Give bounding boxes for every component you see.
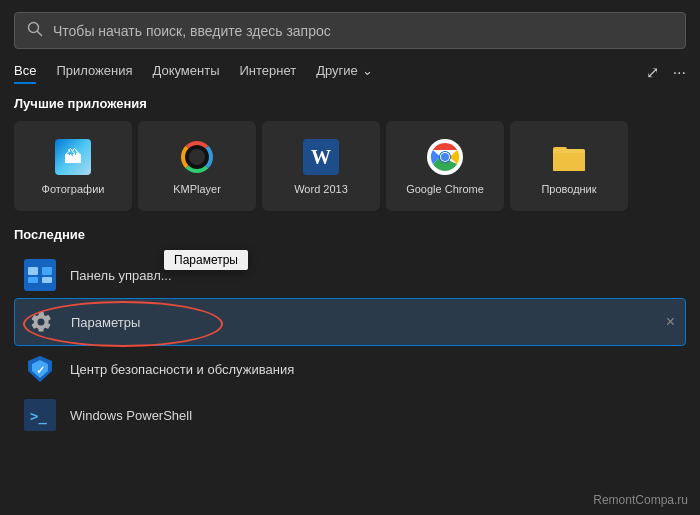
tab-other[interactable]: Другие ⌄ xyxy=(316,63,373,82)
app-tile-chrome[interactable]: Google Chrome xyxy=(386,121,504,211)
search-icon xyxy=(27,21,43,40)
recent-item-cpanel[interactable]: Панель управл... Параметры xyxy=(14,252,686,298)
security-label: Центр безопасности и обслуживания xyxy=(70,362,294,377)
explorer-icon xyxy=(549,137,589,177)
dropdown-arrow-icon: ⌄ xyxy=(362,63,373,78)
svg-rect-9 xyxy=(553,153,585,171)
powershell-icon: >_ xyxy=(24,399,56,431)
top-apps-label: Лучшие приложения xyxy=(0,96,700,121)
svg-line-1 xyxy=(38,32,42,36)
svg-text:✓: ✓ xyxy=(36,364,45,376)
kmplayer-label: KMPlayer xyxy=(173,183,221,195)
recent-section-label: Последние xyxy=(0,227,700,252)
svg-rect-14 xyxy=(42,277,52,283)
apps-grid: Фотографии KMPlayer W Word 2013 xyxy=(0,121,700,227)
tab-all[interactable]: Все xyxy=(14,63,36,82)
share-icon[interactable]: ⤢ xyxy=(646,63,659,82)
cpanel-icon xyxy=(24,259,56,291)
start-menu: Чтобы начать поиск, введите здесь запрос… xyxy=(0,0,700,515)
app-tile-word[interactable]: W Word 2013 xyxy=(262,121,380,211)
tab-apps[interactable]: Приложения xyxy=(56,63,132,82)
tab-internet[interactable]: Интернет xyxy=(239,63,296,82)
app-tile-photos[interactable]: Фотографии xyxy=(14,121,132,211)
app-tile-explorer[interactable]: Проводник xyxy=(510,121,628,211)
word-label: Word 2013 xyxy=(294,183,348,195)
recent-item-settings[interactable]: Параметры × xyxy=(14,298,686,346)
chrome-icon xyxy=(425,137,465,177)
recent-item-powershell[interactable]: >_ Windows PowerShell xyxy=(14,392,686,438)
svg-rect-12 xyxy=(42,267,52,275)
recent-list: Панель управл... Параметры Параметры × ✓ xyxy=(0,252,700,438)
search-bar[interactable]: Чтобы начать поиск, введите здесь запрос xyxy=(14,12,686,49)
powershell-label: Windows PowerShell xyxy=(70,408,192,423)
svg-rect-11 xyxy=(28,267,38,275)
nav-tabs: Все Приложения Документы Интернет Другие… xyxy=(0,59,700,82)
photos-label: Фотографии xyxy=(42,183,105,195)
kmplayer-icon xyxy=(177,137,217,177)
svg-rect-10 xyxy=(24,259,56,291)
more-icon[interactable]: ··· xyxy=(673,64,686,82)
app-tile-kmplayer[interactable]: KMPlayer xyxy=(138,121,256,211)
svg-text:>_: >_ xyxy=(30,408,47,425)
security-icon: ✓ xyxy=(24,353,56,385)
explorer-label: Проводник xyxy=(541,183,596,195)
recent-item-security[interactable]: ✓ Центр безопасности и обслуживания xyxy=(14,346,686,392)
close-settings-button[interactable]: × xyxy=(666,313,675,331)
settings-label: Параметры xyxy=(71,315,140,330)
nav-right-actions: ⤢ ··· xyxy=(646,63,686,82)
watermark: RemontCompa.ru xyxy=(593,493,688,507)
settings-icon xyxy=(25,306,57,338)
cpanel-label: Панель управл... xyxy=(70,268,172,283)
tab-other-label: Другие xyxy=(316,63,358,78)
tooltip-parametry: Параметры xyxy=(164,250,248,270)
tab-docs[interactable]: Документы xyxy=(152,63,219,82)
svg-rect-13 xyxy=(28,277,38,283)
svg-point-5 xyxy=(441,153,449,161)
search-placeholder: Чтобы начать поиск, введите здесь запрос xyxy=(53,23,331,39)
word-icon: W xyxy=(301,137,341,177)
chrome-label: Google Chrome xyxy=(406,183,484,195)
photos-icon xyxy=(53,137,93,177)
